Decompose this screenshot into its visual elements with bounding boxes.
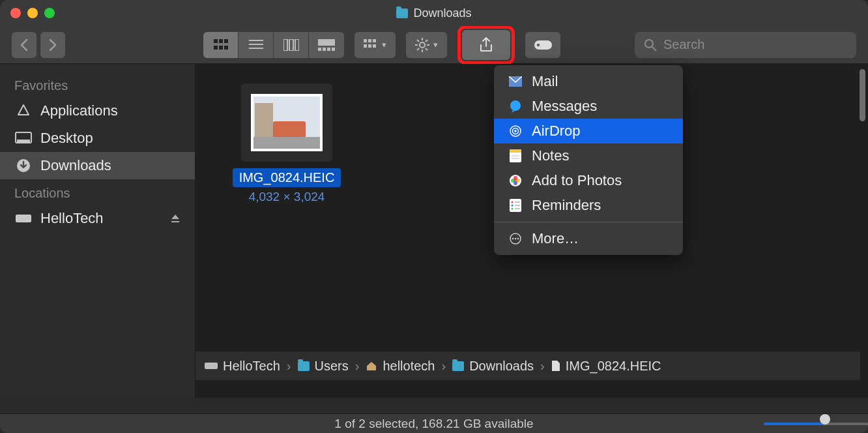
share-menu-messages[interactable]: Messages	[494, 94, 683, 119]
share-menu-mail[interactable]: Mail	[494, 69, 683, 94]
titlebar: Downloads	[0, 0, 868, 26]
home-icon	[366, 361, 377, 371]
list-icon	[249, 39, 263, 51]
svg-rect-13	[318, 48, 321, 51]
svg-rect-39	[205, 363, 218, 369]
svg-line-29	[426, 48, 427, 50]
file-dimensions: 4,032 × 3,024	[228, 190, 345, 204]
nav-buttons	[12, 32, 65, 58]
svg-line-31	[426, 40, 427, 42]
sidebar-item-label: HelloTech	[40, 210, 104, 227]
notes-icon	[508, 149, 523, 163]
slider-track	[764, 423, 848, 425]
forward-button[interactable]	[40, 32, 65, 58]
window-title-text: Downloads	[413, 7, 471, 20]
locations-section-label: Locations	[0, 179, 195, 205]
tag-icon	[533, 39, 553, 51]
column-view-button[interactable]	[274, 32, 309, 58]
group-by-button[interactable]: ▾	[354, 32, 396, 58]
share-menu: Mail Messages AirDrop Notes Add to Photo…	[494, 65, 683, 255]
scrollbar-thumb[interactable]	[860, 69, 865, 121]
chevron-down-icon: ▾	[382, 40, 386, 50]
crumb-separator: ›	[540, 359, 545, 374]
sidebar-item-hellotech[interactable]: HelloTech	[0, 205, 195, 232]
svg-line-28	[417, 40, 419, 42]
minimize-window-button[interactable]	[27, 8, 38, 18]
file-thumbnail	[251, 94, 323, 151]
file-tile[interactable]: IMG_0824.HEIC 4,032 × 3,024	[228, 83, 345, 204]
svg-rect-20	[364, 44, 367, 48]
share-menu-notes[interactable]: Notes	[494, 143, 683, 168]
back-button[interactable]	[12, 32, 36, 58]
path-bar: HelloTech › Users › hellotech › Download…	[195, 351, 860, 380]
menu-item-label: More…	[532, 230, 579, 247]
share-menu-reminders[interactable]: Reminders	[494, 193, 683, 218]
svg-point-53	[514, 181, 517, 185]
menu-item-label: Mail	[532, 73, 558, 90]
svg-point-64	[515, 238, 517, 240]
slider-thumb[interactable]	[820, 414, 830, 425]
menu-item-label: AirDrop	[532, 123, 581, 140]
icon-view-button[interactable]	[203, 32, 239, 58]
list-view-button[interactable]	[239, 32, 274, 58]
svg-point-44	[514, 130, 517, 132]
file-icon	[551, 360, 560, 372]
main-row: Favorites Applications Desktop Downloads…	[0, 64, 868, 398]
icon-size-slider[interactable]	[764, 418, 848, 430]
svg-rect-3	[214, 46, 218, 50]
share-menu-airdrop[interactable]: AirDrop	[494, 119, 683, 143]
tags-button[interactable]	[525, 32, 560, 58]
columns-icon	[283, 39, 299, 51]
window-title: Downloads	[0, 7, 868, 20]
svg-rect-10	[289, 39, 293, 51]
svg-rect-12	[318, 39, 335, 46]
menu-separator	[494, 222, 683, 222]
menu-item-label: Reminders	[532, 197, 601, 214]
more-icon	[508, 231, 523, 246]
share-button-highlight	[457, 25, 515, 65]
search-field-wrap[interactable]	[635, 32, 856, 58]
gallery-view-button[interactable]	[309, 32, 344, 58]
share-menu-more[interactable]: More…	[494, 226, 683, 251]
crumb-file[interactable]: IMG_0824.HEIC	[551, 359, 661, 374]
sidebar-item-applications[interactable]: Applications	[0, 97, 195, 125]
svg-rect-11	[295, 39, 299, 51]
disk-icon	[205, 361, 218, 370]
search-input[interactable]	[663, 37, 847, 52]
svg-rect-22	[373, 44, 376, 48]
eject-icon[interactable]	[170, 213, 181, 224]
sidebar-item-desktop[interactable]: Desktop	[0, 125, 195, 152]
sidebar-item-label: Applications	[40, 102, 118, 119]
close-window-button[interactable]	[10, 8, 21, 18]
photos-icon	[508, 173, 523, 188]
chevron-left-icon	[20, 38, 29, 52]
svg-rect-17	[364, 39, 367, 42]
svg-rect-0	[214, 39, 218, 43]
maximize-window-button[interactable]	[44, 8, 55, 18]
crumb-downloads[interactable]: Downloads	[452, 359, 534, 374]
crumb-separator: ›	[441, 359, 446, 374]
file-name: IMG_0824.HEIC	[233, 168, 341, 187]
file-thumbnail-frame	[241, 83, 332, 162]
gallery-icon	[318, 39, 335, 51]
action-menu-button[interactable]: ▾	[406, 32, 447, 58]
svg-rect-2	[224, 39, 228, 43]
share-button[interactable]	[462, 30, 510, 60]
airdrop-icon	[508, 124, 523, 138]
messages-icon	[508, 99, 523, 113]
view-mode-segment	[203, 32, 344, 58]
share-menu-add-to-photos[interactable]: Add to Photos	[494, 168, 683, 193]
crumb-hellotech[interactable]: HelloTech	[205, 359, 280, 374]
crumb-separator: ›	[355, 359, 360, 374]
crumb-hellotech-home[interactable]: hellotech	[366, 359, 435, 374]
svg-point-56	[512, 202, 514, 203]
crumb-separator: ›	[287, 359, 291, 374]
menu-item-label: Add to Photos	[532, 172, 622, 189]
svg-point-65	[517, 238, 519, 240]
sidebar-item-downloads[interactable]: Downloads	[0, 152, 195, 179]
favorites-section-label: Favorites	[0, 72, 195, 97]
gear-icon	[415, 38, 429, 52]
crumb-users[interactable]: Users	[298, 359, 349, 374]
svg-point-23	[420, 42, 425, 48]
svg-rect-21	[368, 44, 371, 48]
